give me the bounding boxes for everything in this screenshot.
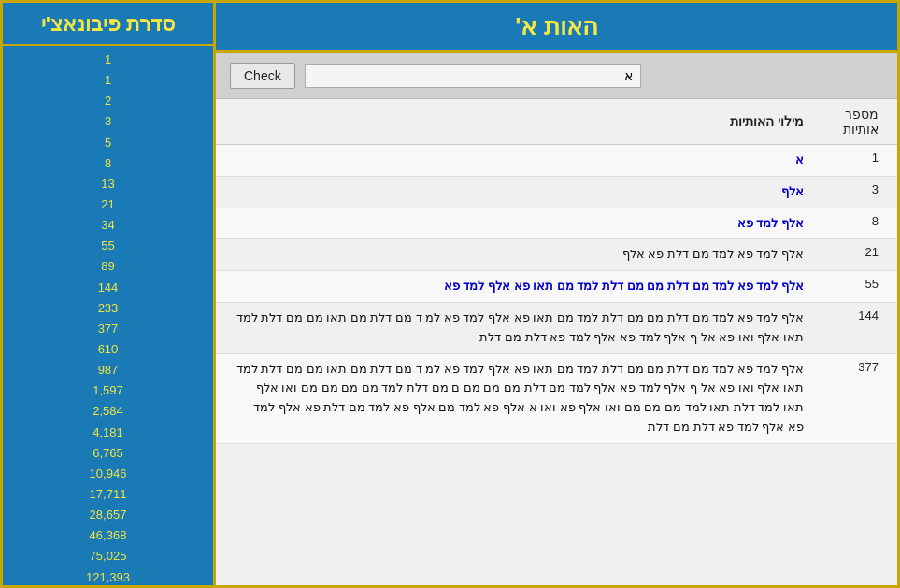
table-row: 55אלף למד פא למד מם דלת מם מם דלת למד מם… [216, 271, 897, 303]
sidebar-number-item[interactable]: 13 [3, 174, 213, 194]
sidebar-number-item[interactable]: 8 [3, 153, 213, 174]
table-cell-words: אלף למד פא [216, 208, 822, 239]
table-cell-number: 377 [822, 353, 897, 443]
search-input[interactable] [305, 64, 641, 88]
table-cell-words: א [216, 145, 822, 177]
table-cell-number: 8 [822, 208, 897, 239]
app-container: סדרת פיבונאצ'י 1123581321345589144233377… [0, 0, 900, 588]
table-cell-number: 55 [822, 271, 897, 303]
sidebar-number-item[interactable]: 4,181 [3, 423, 213, 443]
table-cell-number: 144 [822, 302, 897, 353]
sidebar-number-item[interactable]: 6,765 [3, 443, 213, 464]
sidebar-number-item[interactable]: 144 [3, 278, 213, 298]
sidebar-number-item[interactable]: 17,711 [3, 484, 213, 505]
check-button[interactable]: Check [230, 63, 295, 89]
table-container: מספר אותיות מילוי האותיות 1א3אלף8אלף למד… [216, 99, 897, 585]
sidebar-number-item[interactable]: 46,368 [3, 525, 213, 546]
table-cell-words: אלף למד פא למד מם דלת פא אלף [216, 239, 822, 271]
sidebar-number-item[interactable]: 28,657 [3, 505, 213, 525]
sidebar-number-item[interactable]: 1,597 [3, 380, 213, 401]
col-words-header: מילוי האותיות [216, 99, 822, 145]
main-content: האות א' Check מספר אותיות מילוי האותיות … [216, 3, 897, 585]
table-row: 21אלף למד פא למד מם דלת פא אלף [216, 239, 897, 271]
sidebar-number-item[interactable]: 377 [3, 319, 213, 339]
sidebar-number-item[interactable]: 75,025 [3, 546, 213, 566]
sidebar-number-item[interactable]: 610 [3, 339, 213, 360]
sidebar-number-item[interactable]: 5 [3, 133, 213, 153]
table-cell-words: אלף למד פא למד מם דלת מם מם דלת למד מם ת… [216, 302, 822, 353]
table-row: 144אלף למד פא למד מם דלת מם מם דלת למד מ… [216, 302, 897, 353]
sidebar-number-item[interactable]: 233 [3, 298, 213, 319]
sidebar-number-item[interactable]: 1 [3, 50, 213, 70]
sidebar-number-item[interactable]: 34 [3, 215, 213, 236]
table-cell-words: אלף [216, 176, 822, 208]
table-cell-number: 1 [822, 145, 897, 177]
table-cell-number: 3 [822, 176, 897, 208]
sidebar-number-item[interactable]: 2,584 [3, 401, 213, 422]
sidebar-title: סדרת פיבונאצ'י [3, 3, 213, 46]
sidebar-number-item[interactable]: 21 [3, 194, 213, 215]
table-cell-words: אלף למד פא למד מם דלת מם מם דלת למד מם ת… [216, 271, 822, 303]
content-header: האות א' [216, 3, 897, 53]
sidebar-number-item[interactable]: 1 [3, 70, 213, 91]
sidebar-number-item[interactable]: 987 [3, 360, 213, 380]
table-cell-number: 21 [822, 239, 897, 271]
words-table: מספר אותיות מילוי האותיות 1א3אלף8אלף למד… [216, 99, 897, 444]
sidebar-number-item[interactable]: 3 [3, 111, 213, 132]
table-row: 1א [216, 145, 897, 177]
table-row: 3אלף [216, 176, 897, 208]
sidebar-number-item[interactable]: 121,393 [3, 567, 213, 585]
sidebar-number-item[interactable]: 89 [3, 256, 213, 277]
sidebar-number-item[interactable]: 2 [3, 91, 213, 111]
sidebar-number-item[interactable]: 55 [3, 236, 213, 256]
col-number-header: מספר אותיות [822, 99, 897, 145]
toolbar: Check [216, 53, 897, 99]
table-cell-words: אלף למד פא למד מם דלת מם מם דלת למד מם ת… [216, 353, 822, 443]
sidebar: סדרת פיבונאצ'י 1123581321345589144233377… [3, 3, 216, 585]
sidebar-number-item[interactable]: 10,946 [3, 464, 213, 484]
sidebar-numbers-list: 11235813213455891442333776109871,5972,58… [3, 46, 213, 585]
table-row: 8אלף למד פא [216, 208, 897, 239]
table-row: 377אלף למד פא למד מם דלת מם מם דלת למד מ… [216, 353, 897, 443]
